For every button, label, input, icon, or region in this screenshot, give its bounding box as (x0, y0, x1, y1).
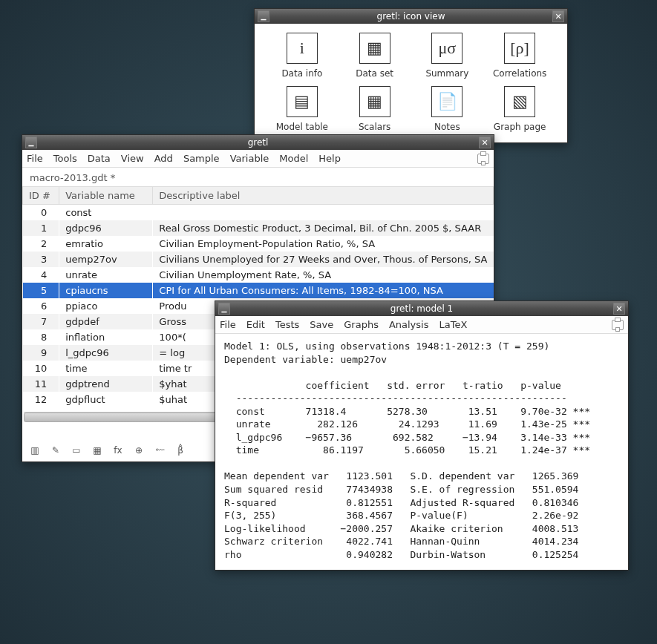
col-id[interactable]: ID # (23, 187, 59, 205)
menu-edit[interactable]: Edit (246, 319, 265, 330)
cell-name: gdptrend (59, 376, 153, 392)
menu-graphs[interactable]: Graphs (344, 319, 379, 330)
cell-id: 6 (23, 298, 59, 314)
toolbar-button-2[interactable]: ▭ (70, 444, 83, 457)
menu-tools[interactable]: Tools (53, 153, 77, 164)
icon-view-window: ▁ gretl: icon view ✕ iData info▦Data set… (254, 8, 568, 143)
menu-data[interactable]: Data (88, 153, 111, 164)
variable-table-header-row: ID # Variable name Descriptive label (23, 187, 494, 205)
col-desc[interactable]: Descriptive label (153, 187, 494, 205)
model-titlebar[interactable]: ▁ gretl: model 1 ✕ (215, 301, 628, 316)
data-info-item-icon: i (287, 33, 318, 64)
menu-latex[interactable]: LaTeX (439, 319, 467, 330)
main-menubar: FileToolsDataViewAddSampleVariableModelH… (22, 150, 494, 168)
col-varname[interactable]: Variable name (59, 187, 153, 205)
cell-id: 9 (23, 345, 59, 361)
toolbar-button-6[interactable]: ⬳ (153, 444, 166, 457)
cell-id: 10 (23, 361, 59, 376)
cell-id: 12 (23, 392, 59, 407)
cell-name: gdpfluct (59, 392, 153, 407)
cell-desc: Civilians Unemployed for 27 Weeks and Ov… (153, 252, 494, 267)
toolbar-button-4[interactable]: fx (111, 444, 125, 457)
cell-id: 3 (23, 252, 59, 267)
main-titlebar[interactable]: ▁ gretl ✕ (22, 135, 494, 150)
scalars-item[interactable]: ▦Scalars (341, 86, 409, 132)
data-set-item-label: Data set (356, 68, 393, 79)
windows-icon[interactable] (477, 154, 489, 164)
cell-id: 5 (23, 283, 59, 298)
cell-name: gdpc96 (59, 220, 153, 236)
cell-id: 7 (23, 314, 59, 329)
notes-item[interactable]: 📄Notes (414, 86, 482, 132)
cell-name: gdpdef (59, 314, 153, 329)
menu-file[interactable]: File (27, 153, 43, 164)
menu-variable[interactable]: Variable (230, 153, 269, 164)
menu-analysis[interactable]: Analysis (389, 319, 429, 330)
menu-sample[interactable]: Sample (183, 153, 220, 164)
minimize-icon[interactable]: ▁ (25, 137, 37, 148)
graph-page-item[interactable]: ▧Graph page (486, 86, 554, 132)
model-menubar: FileEditTestsSaveGraphsAnalysisLaTeX (215, 316, 628, 334)
cell-name: cpiaucns (59, 283, 153, 298)
toolbar-button-1[interactable]: ✎ (49, 444, 62, 457)
model-table-item[interactable]: ▤Model table (268, 86, 336, 132)
table-row[interactable]: 5cpiaucnsCPI for All Urban Consumers: Al… (23, 283, 494, 298)
menu-file[interactable]: File (220, 319, 236, 330)
toolbar-button-3[interactable]: ▦ (91, 444, 104, 457)
cell-desc: Civilian Unemployment Rate, %, SA (153, 267, 494, 283)
icon-view-titlebar[interactable]: ▁ gretl: icon view ✕ (255, 9, 567, 24)
toolbar-button-0[interactable]: ▥ (28, 444, 42, 457)
close-icon[interactable]: ✕ (479, 137, 491, 148)
cell-name: uemp27ov (59, 252, 153, 267)
summary-item-label: Summary (425, 68, 468, 79)
cell-desc (153, 205, 494, 221)
model-table-item-icon: ▤ (287, 86, 318, 117)
table-row[interactable]: 4unrateCivilian Unemployment Rate, %, SA (23, 267, 494, 283)
cell-desc: Real Gross Domestic Product, 3 Decimal, … (153, 220, 494, 236)
table-row[interactable]: 2emratioCivilian Employment-Population R… (23, 236, 494, 252)
cell-name: time (59, 361, 153, 376)
menu-tests[interactable]: Tests (275, 319, 299, 330)
cell-id: 11 (23, 376, 59, 392)
summary-item[interactable]: μσSummary (414, 33, 482, 79)
data-info-item-label: Data info (281, 68, 322, 79)
data-set-item[interactable]: ▦Data set (341, 33, 409, 79)
cell-name: l_gdpc96 (59, 345, 153, 361)
minimize-icon[interactable]: ▁ (218, 303, 230, 315)
model-output: Model 1: OLS, using observations 1948:1-… (224, 340, 619, 561)
cell-name: unrate (59, 267, 153, 283)
table-row[interactable]: 3uemp27ovCivilians Unemployed for 27 Wee… (23, 252, 494, 267)
notes-item-label: Notes (434, 122, 460, 132)
model-body: Model 1: OLS, using observations 1948:1-… (215, 334, 628, 570)
cell-id: 8 (23, 329, 59, 345)
cell-id: 4 (23, 267, 59, 283)
cell-name: emratio (59, 236, 153, 252)
model-title: gretl: model 1 (233, 303, 610, 314)
table-row[interactable]: 0const (23, 205, 494, 221)
cell-id: 0 (23, 205, 59, 221)
toolbar-button-5[interactable]: ⊕ (132, 444, 146, 457)
scalars-item-icon: ▦ (359, 86, 390, 117)
icon-grid: iData info▦Data setμσSummary[ρ]Correlati… (268, 33, 554, 132)
data-set-item-icon: ▦ (359, 33, 390, 64)
menu-model[interactable]: Model (279, 153, 308, 164)
graph-page-item-icon: ▧ (504, 86, 535, 117)
table-row[interactable]: 1gdpc96Real Gross Domestic Product, 3 De… (23, 220, 494, 236)
close-icon[interactable]: ✕ (613, 303, 625, 315)
toolbar-button-7[interactable]: β̂ (174, 444, 187, 457)
minimize-icon[interactable]: ▁ (258, 10, 269, 22)
graph-page-item-label: Graph page (494, 122, 546, 132)
correlations-item-icon: [ρ] (504, 33, 535, 64)
icon-view-title: gretl: icon view (272, 11, 549, 22)
correlations-item[interactable]: [ρ]Correlations (486, 33, 554, 79)
menu-view[interactable]: View (121, 153, 144, 164)
windows-icon[interactable] (612, 320, 624, 330)
open-file-label: macro-2013.gdt * (22, 168, 494, 186)
close-icon[interactable]: ✕ (552, 10, 564, 22)
data-info-item[interactable]: iData info (268, 33, 336, 79)
menu-help[interactable]: Help (318, 153, 341, 164)
menu-save[interactable]: Save (310, 319, 333, 330)
menu-add[interactable]: Add (154, 153, 173, 164)
cell-name: const (59, 205, 153, 221)
cell-id: 2 (23, 236, 59, 252)
